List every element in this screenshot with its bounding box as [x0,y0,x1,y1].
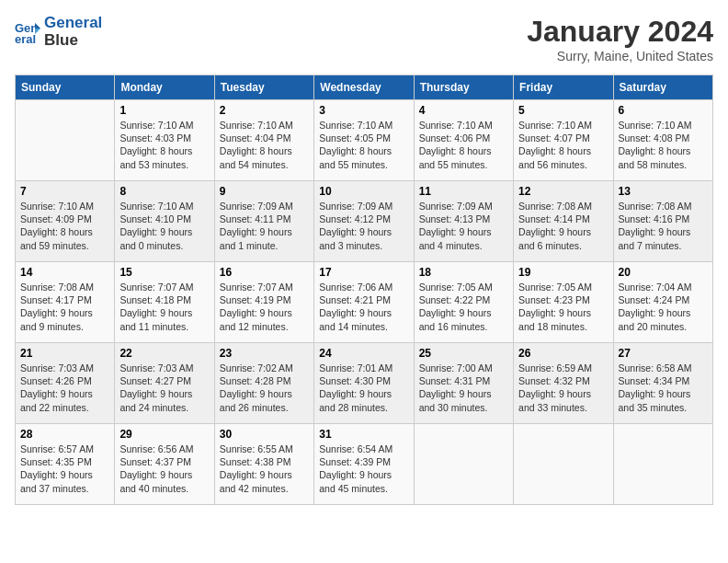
day-number: 14 [20,266,109,279]
header-cell-thursday: Thursday [414,75,513,100]
header-cell-saturday: Saturday [613,75,712,100]
day-number: 24 [319,347,408,360]
day-number: 11 [419,185,508,198]
day-cell: 23Sunrise: 7:02 AM Sunset: 4:28 PM Dayli… [214,343,313,424]
week-row-4: 21Sunrise: 7:03 AM Sunset: 4:26 PM Dayli… [16,343,713,424]
day-cell: 24Sunrise: 7:01 AM Sunset: 4:30 PM Dayli… [314,343,414,424]
day-cell: 29Sunrise: 6:56 AM Sunset: 4:37 PM Dayli… [115,424,214,505]
day-number: 10 [319,185,408,198]
day-number: 28 [20,428,109,441]
day-cell: 11Sunrise: 7:09 AM Sunset: 4:13 PM Dayli… [414,181,513,262]
header: Gen eral General Blue January 2024 Surry… [15,15,713,63]
calendar-subtitle: Surry, Maine, United States [527,49,713,63]
day-info: Sunrise: 7:09 AM Sunset: 4:11 PM Dayligh… [220,200,309,252]
day-cell: 28Sunrise: 6:57 AM Sunset: 4:35 PM Dayli… [16,424,115,505]
day-cell: 21Sunrise: 7:03 AM Sunset: 4:26 PM Dayli… [16,343,115,424]
day-number: 26 [518,347,608,360]
day-cell [414,424,513,505]
day-cell: 30Sunrise: 6:55 AM Sunset: 4:38 PM Dayli… [214,424,313,505]
header-row: SundayMondayTuesdayWednesdayThursdayFrid… [16,75,713,100]
day-number: 22 [119,347,209,360]
day-info: Sunrise: 6:56 AM Sunset: 4:37 PM Dayligh… [119,442,209,495]
day-number: 18 [419,266,508,279]
header-cell-wednesday: Wednesday [314,75,414,100]
week-row-1: 1Sunrise: 7:10 AM Sunset: 4:03 PM Daylig… [16,100,713,181]
day-cell: 15Sunrise: 7:07 AM Sunset: 4:18 PM Dayli… [115,262,214,343]
day-info: Sunrise: 6:54 AM Sunset: 4:39 PM Dayligh… [319,442,408,495]
day-number: 9 [220,185,309,198]
day-cell: 22Sunrise: 7:03 AM Sunset: 4:27 PM Dayli… [115,343,214,424]
week-row-2: 7Sunrise: 7:10 AM Sunset: 4:09 PM Daylig… [16,181,713,262]
day-cell: 10Sunrise: 7:09 AM Sunset: 4:12 PM Dayli… [314,181,414,262]
day-info: Sunrise: 7:05 AM Sunset: 4:22 PM Dayligh… [419,281,508,333]
day-number: 13 [619,185,708,198]
day-number: 8 [119,185,209,198]
day-cell: 19Sunrise: 7:05 AM Sunset: 4:23 PM Dayli… [514,262,613,343]
day-info: Sunrise: 7:10 AM Sunset: 4:04 PM Dayligh… [220,119,309,171]
day-info: Sunrise: 6:55 AM Sunset: 4:38 PM Dayligh… [220,442,309,495]
day-info: Sunrise: 7:07 AM Sunset: 4:18 PM Dayligh… [119,281,209,333]
day-info: Sunrise: 7:03 AM Sunset: 4:26 PM Dayligh… [20,362,109,414]
day-number: 25 [419,347,508,360]
day-number: 16 [220,266,309,279]
day-cell: 13Sunrise: 7:08 AM Sunset: 4:16 PM Dayli… [613,181,712,262]
day-info: Sunrise: 7:09 AM Sunset: 4:12 PM Dayligh… [319,200,408,252]
day-number: 6 [619,104,708,117]
day-cell: 17Sunrise: 7:06 AM Sunset: 4:21 PM Dayli… [314,262,414,343]
day-number: 17 [319,266,408,279]
day-cell: 9Sunrise: 7:09 AM Sunset: 4:11 PM Daylig… [214,181,313,262]
week-row-3: 14Sunrise: 7:08 AM Sunset: 4:17 PM Dayli… [16,262,713,343]
day-info: Sunrise: 7:00 AM Sunset: 4:31 PM Dayligh… [419,362,508,414]
day-info: Sunrise: 7:02 AM Sunset: 4:28 PM Dayligh… [220,362,309,414]
logo-line2: Blue [44,32,102,50]
day-cell: 8Sunrise: 7:10 AM Sunset: 4:10 PM Daylig… [115,181,214,262]
day-cell: 14Sunrise: 7:08 AM Sunset: 4:17 PM Dayli… [16,262,115,343]
day-number: 3 [319,104,408,117]
day-info: Sunrise: 7:03 AM Sunset: 4:27 PM Dayligh… [119,362,209,414]
day-info: Sunrise: 7:10 AM Sunset: 4:07 PM Dayligh… [518,119,608,171]
day-cell: 20Sunrise: 7:04 AM Sunset: 4:24 PM Dayli… [613,262,712,343]
day-number: 21 [20,347,109,360]
day-info: Sunrise: 7:01 AM Sunset: 4:30 PM Dayligh… [319,362,408,414]
day-cell: 5Sunrise: 7:10 AM Sunset: 4:07 PM Daylig… [514,100,613,181]
day-number: 23 [220,347,309,360]
header-cell-monday: Monday [115,75,214,100]
day-number: 15 [119,266,209,279]
day-info: Sunrise: 7:08 AM Sunset: 4:17 PM Dayligh… [20,281,109,333]
day-info: Sunrise: 7:10 AM Sunset: 4:06 PM Dayligh… [419,119,508,171]
day-info: Sunrise: 7:09 AM Sunset: 4:13 PM Dayligh… [419,200,508,252]
day-cell: 25Sunrise: 7:00 AM Sunset: 4:31 PM Dayli… [414,343,513,424]
day-cell: 6Sunrise: 7:10 AM Sunset: 4:08 PM Daylig… [613,100,712,181]
title-area: January 2024 Surry, Maine, United States [527,15,713,63]
day-number: 1 [119,104,209,117]
day-info: Sunrise: 6:59 AM Sunset: 4:32 PM Dayligh… [518,362,608,414]
day-info: Sunrise: 7:04 AM Sunset: 4:24 PM Dayligh… [619,281,708,333]
day-number: 29 [119,428,209,441]
day-number: 20 [619,266,708,279]
day-number: 7 [20,185,109,198]
day-number: 31 [319,428,408,441]
day-cell: 3Sunrise: 7:10 AM Sunset: 4:05 PM Daylig… [314,100,414,181]
day-cell [514,424,613,505]
day-number: 4 [419,104,508,117]
day-cell: 27Sunrise: 6:58 AM Sunset: 4:34 PM Dayli… [613,343,712,424]
day-info: Sunrise: 7:10 AM Sunset: 4:10 PM Dayligh… [119,200,209,252]
day-cell: 18Sunrise: 7:05 AM Sunset: 4:22 PM Dayli… [414,262,513,343]
day-cell: 1Sunrise: 7:10 AM Sunset: 4:03 PM Daylig… [115,100,214,181]
day-cell [613,424,712,505]
week-row-5: 28Sunrise: 6:57 AM Sunset: 4:35 PM Dayli… [16,424,713,505]
day-cell: 12Sunrise: 7:08 AM Sunset: 4:14 PM Dayli… [514,181,613,262]
day-info: Sunrise: 6:57 AM Sunset: 4:35 PM Dayligh… [20,442,109,495]
day-info: Sunrise: 7:07 AM Sunset: 4:19 PM Dayligh… [220,281,309,333]
logo: Gen eral General Blue [15,15,102,49]
day-number: 30 [220,428,309,441]
svg-text:eral: eral [15,32,36,45]
logo-icon: Gen eral [15,19,40,45]
day-cell [16,100,115,181]
day-info: Sunrise: 7:08 AM Sunset: 4:14 PM Dayligh… [518,200,608,252]
day-info: Sunrise: 7:10 AM Sunset: 4:05 PM Dayligh… [319,119,408,171]
day-cell: 31Sunrise: 6:54 AM Sunset: 4:39 PM Dayli… [314,424,414,505]
day-number: 12 [518,185,608,198]
day-cell: 4Sunrise: 7:10 AM Sunset: 4:06 PM Daylig… [414,100,513,181]
day-cell: 26Sunrise: 6:59 AM Sunset: 4:32 PM Dayli… [514,343,613,424]
